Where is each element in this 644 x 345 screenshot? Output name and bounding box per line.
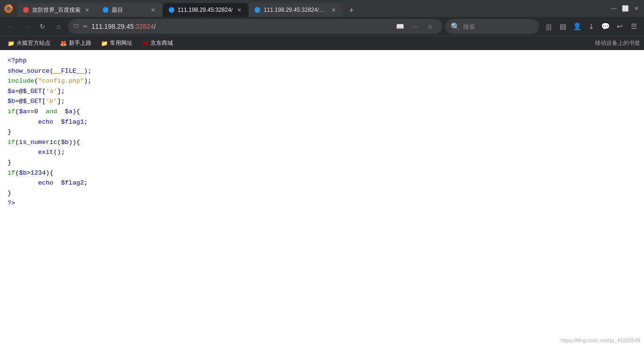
tab-1[interactable]: 攻防世界_百度搜索 ✕: [17, 3, 97, 17]
maximize-button[interactable]: ⬜: [621, 5, 629, 12]
browser-logo-icon: [4, 4, 13, 13]
status-url: https://blog.csdn.net/qq_41233549: [561, 337, 640, 343]
chat-icon[interactable]: 💬: [599, 20, 612, 33]
search-bar[interactable]: 🔍: [445, 19, 539, 34]
tab-title-2: 题目: [112, 6, 147, 14]
bookmark-label-4: 京东商城: [150, 39, 173, 47]
title-bar: 攻防世界_百度搜索 ✕ 题目 ✕ 111.198.29.45:32824/ ✕: [0, 0, 644, 17]
tab-close-2[interactable]: ✕: [149, 6, 157, 14]
svg-point-3: [103, 7, 108, 13]
code-line-11: }: [8, 158, 636, 168]
bookmarks-bar: 📁 火狐官方站点 🦊 新手上路 📁 常用网址 JD 京东商城 移动设备上的书签: [0, 36, 644, 50]
code-line-2: show_source(__FILE__);: [8, 66, 636, 76]
search-input[interactable]: [463, 23, 534, 30]
tab-title-3: 111.198.29.45:32824/: [178, 7, 233, 13]
tab-3[interactable]: 111.198.29.45:32824/ ✕: [163, 3, 249, 17]
code-line-10: exit();: [8, 147, 636, 158]
code-line-5: $b=@$_GET['b'];: [8, 96, 636, 107]
tab-close-1[interactable]: ✕: [83, 6, 91, 14]
bookmark-star-button[interactable]: ☆: [423, 20, 437, 33]
url-actions: 📖 ··· ☆: [393, 20, 437, 33]
sync-icon[interactable]: ⤓: [585, 20, 598, 33]
code-line-4: $a=@$_GET['a'];: [8, 86, 636, 97]
library-icon[interactable]: |||: [542, 20, 555, 33]
tabs-container: 攻防世界_百度搜索 ✕ 题目 ✕ 111.198.29.45:32824/ ✕: [17, 0, 606, 17]
mobile-bookmarks-label: 移动设备上的书签: [595, 40, 640, 46]
tab-2[interactable]: 题目 ✕: [97, 3, 163, 17]
window-controls: — ⬜ ✕: [610, 5, 640, 12]
code-line-12: if($b>1234){: [8, 168, 636, 178]
code-line-8: }: [8, 127, 636, 137]
tab-favicon-1: [23, 7, 29, 13]
url-bar[interactable]: 🛡 ✏ 111.198.29.45:32824/ 📖 ··· ☆: [68, 19, 442, 34]
svg-point-4: [169, 7, 174, 13]
code-line-13: echo $flag2;: [8, 178, 636, 188]
account-icon[interactable]: 👤: [570, 20, 584, 33]
bookmark-label-3: 常用网址: [110, 39, 132, 47]
menu-icon[interactable]: ☰: [627, 20, 640, 33]
security-icon: 🛡: [74, 23, 79, 30]
toolbar-icons: ||| ▤ 👤 ⤓ 💬 ↩ ☰: [542, 20, 640, 33]
code-line-15: ?>: [8, 198, 636, 209]
new-tab-button[interactable]: +: [345, 4, 358, 17]
reader-view-button[interactable]: 📖: [393, 20, 406, 33]
bookmark-jd-icon: JD: [142, 41, 149, 46]
bookmark-fox-icon: 🦊: [60, 40, 67, 47]
minimize-button[interactable]: —: [610, 5, 618, 12]
bookmarks-right[interactable]: 移动设备上的书签: [595, 39, 640, 47]
svg-point-5: [255, 7, 260, 13]
more-options-button[interactable]: ···: [408, 20, 421, 33]
page-content: <?php show_source(__FILE__); include("co…: [0, 50, 644, 345]
url-text: 111.198.29.45:32824/: [91, 23, 389, 30]
code-line-7: echo $flag1;: [8, 117, 636, 127]
bookmark-item-4[interactable]: JD 京东商城: [138, 38, 177, 48]
sidebar-icon[interactable]: ▤: [556, 20, 570, 33]
tab-4[interactable]: 111.198.29.45:32824/?a=%220% ✕: [248, 3, 343, 17]
tab-favicon-2: [102, 7, 109, 13]
url-host: 111.198.29.45: [91, 23, 134, 30]
bookmark-label-2: 新手上路: [69, 39, 91, 47]
url-path: /: [154, 23, 156, 30]
bookmark-item-3[interactable]: 📁 常用网址: [97, 38, 136, 48]
tab-close-4[interactable]: ✕: [330, 6, 337, 14]
reload-button[interactable]: ↻: [36, 20, 49, 33]
forward-button[interactable]: →: [20, 20, 33, 33]
code-line-14: }: [8, 188, 636, 199]
address-bar: ← → ↻ ⌂ 🛡 ✏ 111.198.29.45:32824/ 📖 ··· ☆…: [0, 17, 644, 36]
browser-chrome: 攻防世界_百度搜索 ✕ 题目 ✕ 111.198.29.45:32824/ ✕: [0, 0, 644, 50]
bookmark-item-2[interactable]: 🦊 新手上路: [56, 38, 95, 48]
bookmark-folder-icon-3: 📁: [101, 40, 108, 47]
bookmark-folder-icon-1: 📁: [8, 40, 15, 47]
code-line-3: include("config.php");: [8, 76, 636, 86]
status-bar: https://blog.csdn.net/qq_41233549: [557, 336, 644, 345]
bookmark-item-1[interactable]: 📁 火狐官方站点: [4, 38, 54, 48]
search-icon: 🔍: [451, 22, 460, 31]
tab-title-4: 111.198.29.45:32824/?a=%220%: [264, 7, 327, 13]
tab-title-1: 攻防世界_百度搜索: [32, 6, 81, 14]
tab-favicon-4: [254, 7, 261, 13]
svg-point-1: [7, 7, 10, 10]
code-line-1: <?php: [8, 56, 636, 66]
svg-point-2: [23, 7, 29, 13]
home-button[interactable]: ⌂: [52, 20, 65, 33]
history-back-icon[interactable]: ↩: [613, 20, 626, 33]
close-button[interactable]: ✕: [633, 5, 640, 12]
tab-favicon-3: [168, 7, 175, 13]
code-line-6: if($a==0 and $a){: [8, 107, 636, 117]
edit-icon: ✏: [83, 23, 88, 30]
code-line-9: if(is_numeric($b)){: [8, 137, 636, 148]
url-port: :32824: [134, 23, 154, 30]
tab-close-3[interactable]: ✕: [235, 6, 243, 14]
bookmark-label-1: 火狐官方站点: [17, 39, 50, 47]
back-button[interactable]: ←: [4, 20, 17, 33]
